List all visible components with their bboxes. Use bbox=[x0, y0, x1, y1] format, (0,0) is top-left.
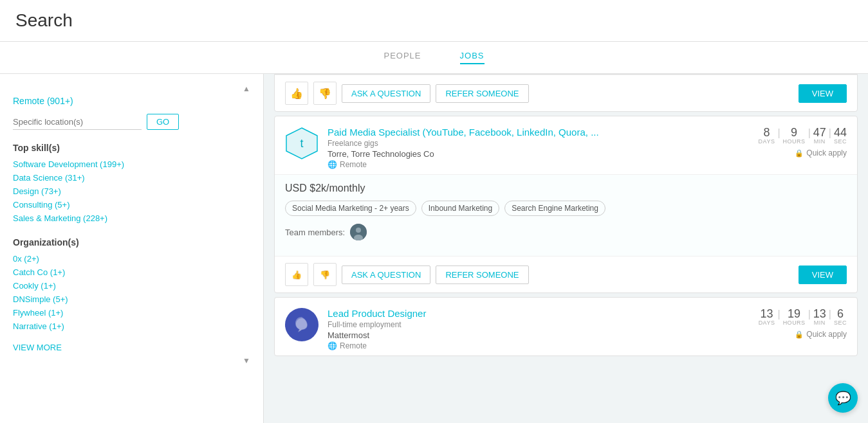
ask-question-button-0[interactable]: ASK A QUESTION bbox=[342, 266, 430, 284]
globe-icon-1: 🌐 bbox=[328, 341, 337, 350]
job-company-1: Mattermost bbox=[328, 330, 750, 340]
job-title-1[interactable]: Lead Product Designer bbox=[328, 308, 750, 319]
tag-social-media[interactable]: Social Media Marketing - 2+ years bbox=[285, 201, 416, 216]
job-title-0[interactable]: Paid Media Specialist (YouTube, Facebook… bbox=[328, 127, 750, 138]
chat-icon: 💬 bbox=[835, 390, 851, 406]
quick-apply-0[interactable]: 🔒 Quick apply bbox=[795, 148, 847, 158]
top-skills-title: Top skill(s) bbox=[13, 143, 250, 153]
org-cookly[interactable]: Cookly (1+) bbox=[13, 281, 250, 291]
timer-hours-1: 19 HOURS bbox=[783, 308, 806, 326]
view-button-partial[interactable]: VIEW bbox=[799, 84, 847, 103]
svg-text:t: t bbox=[300, 137, 303, 150]
job-card-0: t Paid Media Specialist (YouTube, Facebo… bbox=[274, 116, 858, 293]
timer-hours-0: 9 HOURS bbox=[783, 127, 806, 145]
job-actions-0: 👍 👎 ASK A QUESTION REFER SOMEONE VIEW bbox=[275, 256, 857, 292]
scroll-down-arrow: ▼ bbox=[13, 356, 250, 365]
job-team-0: Team members: bbox=[285, 224, 847, 240]
header: Search bbox=[0, 0, 868, 42]
thumbs-up-icon-0: 👍 bbox=[291, 270, 302, 280]
thumbs-down-icon: 👎 bbox=[319, 87, 331, 100]
job-type-0: Freelance gigs bbox=[328, 139, 750, 148]
refer-someone-button-partial[interactable]: REFER SOMEONE bbox=[436, 84, 528, 103]
skill-sales-marketing[interactable]: Sales & Marketing (228+) bbox=[13, 213, 250, 223]
job-tags-0: Social Media Marketing - 2+ years Inboun… bbox=[285, 201, 847, 216]
view-button-0[interactable]: VIEW bbox=[799, 266, 847, 284]
location-filter: GO bbox=[13, 114, 250, 130]
job-type-1: Full-time employment bbox=[328, 320, 750, 329]
job-card-partial: 👍 👎 ASK A QUESTION REFER SOMEONE VIEW bbox=[274, 74, 858, 112]
job-location-1: 🌐 Remote bbox=[328, 341, 750, 350]
job-salary-0: USD $2k/monthly bbox=[285, 183, 847, 194]
skill-software-dev[interactable]: Software Development (199+) bbox=[13, 159, 250, 169]
skill-design[interactable]: Design (73+) bbox=[13, 186, 250, 196]
job-right-1: 13 DAYS | 19 HOURS | 13 MIN | bbox=[759, 308, 847, 339]
refer-someone-button-0[interactable]: REFER SOMEONE bbox=[436, 266, 528, 284]
job-location-0: 🌐 Remote bbox=[328, 160, 750, 169]
job-company-0: Torre, Torre Technologies Co bbox=[328, 149, 750, 159]
logo-mattermost bbox=[289, 312, 315, 338]
thumbs-down-button-partial[interactable]: 👎 bbox=[313, 82, 337, 105]
team-avatar-0 bbox=[350, 224, 367, 240]
quick-apply-1[interactable]: 🔒 Quick apply bbox=[795, 330, 847, 339]
timer-sec-0: 44 SEC bbox=[834, 127, 847, 145]
thumbs-up-button-partial[interactable]: 👍 bbox=[285, 82, 308, 105]
job-header-1: Lead Product Designer Full-time employme… bbox=[275, 298, 857, 356]
job-logo-1 bbox=[285, 308, 319, 341]
globe-icon-0: 🌐 bbox=[328, 160, 337, 169]
sidebar: ▲ Remote (901+) GO Top skill(s) Software… bbox=[0, 74, 264, 423]
timer-sec-1: 6 SEC bbox=[834, 308, 847, 326]
job-info-0: Paid Media Specialist (YouTube, Facebook… bbox=[328, 127, 750, 169]
remote-filter[interactable]: Remote (901+) bbox=[13, 96, 250, 106]
timer-min-1: 13 MIN bbox=[813, 308, 826, 326]
location-input[interactable] bbox=[13, 114, 142, 130]
org-flywheel[interactable]: Flywheel (1+) bbox=[13, 308, 250, 318]
job-body-0: USD $2k/monthly Social Media Marketing -… bbox=[275, 174, 857, 256]
job-timer-1: 13 DAYS | 19 HOURS | 13 MIN | bbox=[759, 308, 847, 326]
job-right-0: 8 DAYS | 9 HOURS | 47 MIN | bbox=[759, 127, 847, 158]
thumbs-down-button-0[interactable]: 👎 bbox=[313, 263, 337, 286]
thumbs-up-icon: 👍 bbox=[290, 87, 303, 100]
org-dnsimple[interactable]: DNSimple (5+) bbox=[13, 294, 250, 304]
job-logo-0: t bbox=[285, 127, 319, 160]
chat-bubble[interactable]: 💬 bbox=[828, 383, 858, 413]
lock-icon-1: 🔒 bbox=[795, 330, 804, 339]
svg-point-3 bbox=[356, 228, 361, 233]
skill-data-science[interactable]: Data Science (31+) bbox=[13, 173, 250, 183]
org-narrative[interactable]: Narrative (1+) bbox=[13, 321, 250, 331]
org-0x[interactable]: 0x (2+) bbox=[13, 254, 250, 264]
org-catch-co[interactable]: Catch Co (1+) bbox=[13, 267, 250, 277]
timer-days-1: 13 DAYS bbox=[759, 308, 775, 326]
job-timer-0: 8 DAYS | 9 HOURS | 47 MIN | bbox=[759, 127, 847, 145]
main-content: ▲ Remote (901+) GO Top skill(s) Software… bbox=[0, 74, 868, 423]
lock-icon-0: 🔒 bbox=[795, 149, 804, 158]
job-actions-partial: 👍 👎 ASK A QUESTION REFER SOMEONE VIEW bbox=[275, 75, 857, 111]
ask-question-button-partial[interactable]: ASK A QUESTION bbox=[342, 84, 430, 103]
job-header-0: t Paid Media Specialist (YouTube, Facebo… bbox=[275, 116, 857, 174]
thumbs-down-icon-0: 👎 bbox=[320, 270, 330, 280]
scroll-up-arrow: ▲ bbox=[13, 84, 250, 93]
timer-min-0: 47 MIN bbox=[813, 127, 826, 145]
thumbs-up-button-0[interactable]: 👍 bbox=[285, 263, 308, 286]
nav-tabs: PEOPLE JOBS bbox=[0, 42, 868, 74]
page-title: Search bbox=[15, 10, 73, 30]
tag-search-engine[interactable]: Search Engine Marketing bbox=[504, 201, 605, 216]
timer-days-0: 8 DAYS bbox=[759, 127, 775, 145]
organizations-title: Organization(s) bbox=[13, 237, 250, 248]
skill-consulting[interactable]: Consulting (5+) bbox=[13, 200, 250, 210]
job-info-1: Lead Product Designer Full-time employme… bbox=[328, 308, 750, 350]
view-more-link[interactable]: VIEW MORE bbox=[13, 343, 250, 352]
job-card-1: Lead Product Designer Full-time employme… bbox=[274, 297, 858, 356]
tab-people[interactable]: PEOPLE bbox=[384, 51, 421, 64]
logo-hexagon-0: t bbox=[285, 127, 319, 160]
go-button[interactable]: GO bbox=[147, 114, 179, 130]
tag-inbound-marketing[interactable]: Inbound Marketing bbox=[421, 201, 499, 216]
tab-jobs[interactable]: JOBS bbox=[460, 51, 485, 64]
right-panel: 👍 👎 ASK A QUESTION REFER SOMEONE VIEW t bbox=[264, 74, 868, 423]
